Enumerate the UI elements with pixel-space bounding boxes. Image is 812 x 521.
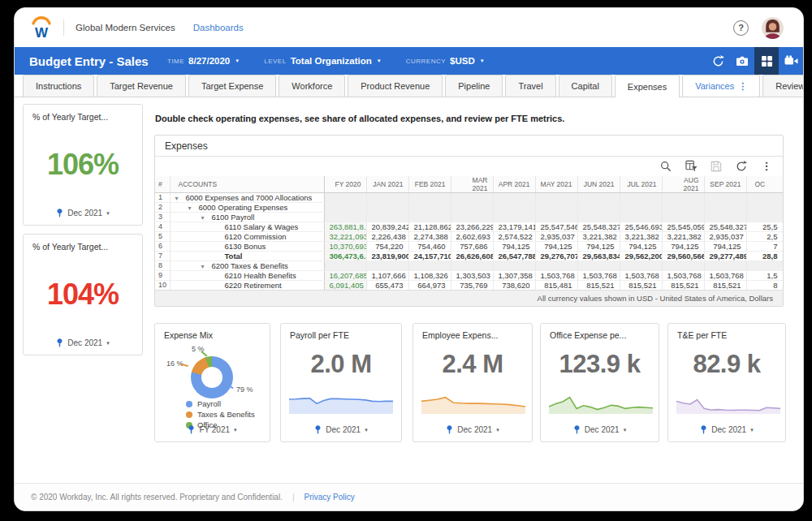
account-cell[interactable]: 6130 Bonus — [170, 241, 324, 251]
account-cell[interactable]: ▾6000 Operating Expenses — [170, 202, 324, 212]
value-cell[interactable] — [408, 202, 451, 212]
value-cell[interactable]: 25,5 — [746, 222, 783, 231]
value-cell[interactable] — [366, 202, 408, 212]
expense-mix-donut-chart[interactable] — [191, 356, 233, 398]
tab-target-revenue[interactable]: Target Revenue — [97, 75, 186, 97]
value-cell[interactable]: 815,521 — [662, 280, 704, 290]
value-cell[interactable]: 24,157,710 — [408, 251, 451, 260]
value-cell[interactable]: 794,125 — [704, 241, 746, 251]
tab-variances[interactable]: Variances⋮ — [682, 75, 760, 97]
period-selector[interactable]: Dec 2021 ▾ — [24, 208, 142, 218]
value-cell[interactable]: 2,935,037 — [704, 231, 746, 241]
value-cell[interactable]: 6,091,405 — [324, 280, 366, 290]
tab-capital[interactable]: Capital — [559, 75, 612, 97]
privacy-policy-link[interactable]: Privacy Policy — [304, 493, 355, 502]
value-cell[interactable]: 26,626,608 — [451, 251, 493, 260]
value-cell[interactable] — [451, 192, 493, 202]
value-cell[interactable]: 1,503,768 — [620, 270, 662, 280]
value-cell[interactable] — [746, 260, 783, 270]
kebab-menu-icon[interactable]: ⋮ — [760, 160, 773, 173]
value-cell[interactable] — [408, 192, 451, 202]
value-cell[interactable] — [366, 192, 408, 202]
expand-caret-icon[interactable]: ▾ — [201, 263, 212, 270]
value-cell[interactable] — [493, 260, 535, 270]
tab-review[interactable]: Review — [762, 75, 804, 97]
refresh-icon[interactable] — [735, 160, 748, 173]
grid-view-icon[interactable] — [754, 47, 779, 75]
value-cell[interactable] — [493, 192, 535, 202]
help-icon[interactable]: ? — [733, 20, 749, 36]
tab-pipeline[interactable]: Pipeline — [445, 75, 503, 97]
column-header[interactable]: JUL 2021 — [620, 176, 662, 193]
value-cell[interactable]: 29,563,834 — [577, 251, 620, 260]
value-cell[interactable] — [366, 212, 408, 222]
value-cell[interactable]: 664,973 — [408, 280, 451, 290]
value-cell[interactable]: 3,221,382 — [662, 231, 704, 241]
column-header[interactable]: FY 2020 — [324, 176, 366, 193]
account-cell[interactable]: Total — [170, 251, 324, 260]
level-filter[interactable]: LEVEL Total Organization ▼ — [264, 56, 381, 66]
value-cell[interactable]: 8 — [746, 280, 783, 290]
value-cell[interactable]: 25,548,327 — [577, 222, 620, 231]
column-header[interactable]: JUN 2021 — [577, 176, 620, 193]
value-cell[interactable] — [704, 260, 746, 270]
expand-caret-icon[interactable]: ▾ — [175, 195, 186, 202]
value-cell[interactable]: 1,108,326 — [408, 270, 451, 280]
value-cell[interactable]: 3,221,382 — [577, 231, 620, 241]
nav-dashboards-link[interactable]: Dashboards — [193, 23, 244, 32]
value-cell[interactable] — [366, 260, 408, 270]
value-cell[interactable]: 29,560,566 — [662, 251, 704, 260]
value-cell[interactable]: 2,226,438 — [366, 231, 408, 241]
value-cell[interactable]: 21,128,862 — [408, 222, 451, 231]
account-cell[interactable]: ▾6000 Expenses and 7000 Allocations — [170, 192, 324, 202]
value-cell[interactable]: 794,125 — [577, 241, 620, 251]
avatar[interactable] — [762, 17, 784, 39]
value-cell[interactable] — [704, 192, 746, 202]
value-cell[interactable]: 7 — [746, 241, 783, 251]
column-header[interactable]: SEP 2021 — [704, 176, 746, 193]
camera-icon[interactable] — [730, 47, 754, 75]
value-cell[interactable]: 738,620 — [493, 280, 535, 290]
value-cell[interactable]: 794,125 — [493, 241, 535, 251]
column-header[interactable]: MAR 2021 — [451, 176, 493, 193]
value-cell[interactable] — [451, 260, 493, 270]
account-cell[interactable]: ▾6100 Payroll — [170, 212, 324, 222]
tab-target-expense[interactable]: Target Expense — [188, 75, 276, 97]
filter-export-icon[interactable] — [685, 160, 698, 173]
value-cell[interactable] — [620, 212, 662, 222]
accounts-header[interactable]: ACCOUNTS — [170, 176, 324, 193]
tab-expenses[interactable]: Expenses — [615, 75, 680, 97]
period-selector[interactable]: FY 2021 ▾ — [155, 424, 270, 435]
value-cell[interactable] — [493, 202, 535, 212]
value-cell[interactable]: 23,179,141 — [493, 222, 535, 231]
value-cell[interactable] — [324, 212, 366, 222]
period-selector[interactable]: Dec 2021 ▾ — [281, 424, 401, 435]
time-filter[interactable]: TIME 8/27/2020 ▼ — [167, 56, 240, 66]
value-cell[interactable]: 754,220 — [366, 241, 408, 251]
value-cell[interactable] — [535, 212, 577, 222]
value-cell[interactable] — [746, 192, 783, 202]
workday-logo-icon[interactable]: W — [29, 15, 54, 40]
refresh-icon[interactable] — [706, 47, 730, 75]
value-cell[interactable]: 2,602,693 — [451, 231, 493, 241]
value-cell[interactable]: 29,562,200 — [620, 251, 662, 260]
column-header[interactable]: AUG 2021 — [662, 176, 704, 193]
value-cell[interactable]: 23,266,229 — [451, 222, 493, 231]
value-cell[interactable]: 794,125 — [662, 241, 704, 251]
value-cell[interactable]: 20,839,242 — [366, 222, 408, 231]
period-selector[interactable]: Dec 2021 ▾ — [541, 424, 659, 435]
value-cell[interactable]: 735,769 — [451, 280, 493, 290]
value-cell[interactable]: 1,503,768 — [662, 270, 704, 280]
value-cell[interactable]: 815,521 — [620, 280, 662, 290]
value-cell[interactable] — [704, 212, 746, 222]
value-cell[interactable]: 3,221,382 — [620, 231, 662, 241]
value-cell[interactable]: 2,574,522 — [493, 231, 535, 241]
value-cell[interactable]: 25,547,546 — [535, 222, 577, 231]
value-cell[interactable]: 757,686 — [451, 241, 493, 251]
value-cell[interactable]: 25,548,327 — [704, 222, 746, 231]
value-cell[interactable]: 16,207,685 — [324, 270, 366, 280]
value-cell[interactable]: 263,881,8... — [324, 222, 366, 231]
value-cell[interactable]: 28,8 — [746, 251, 783, 260]
value-cell[interactable]: 655,473 — [366, 280, 408, 290]
value-cell[interactable] — [408, 212, 451, 222]
